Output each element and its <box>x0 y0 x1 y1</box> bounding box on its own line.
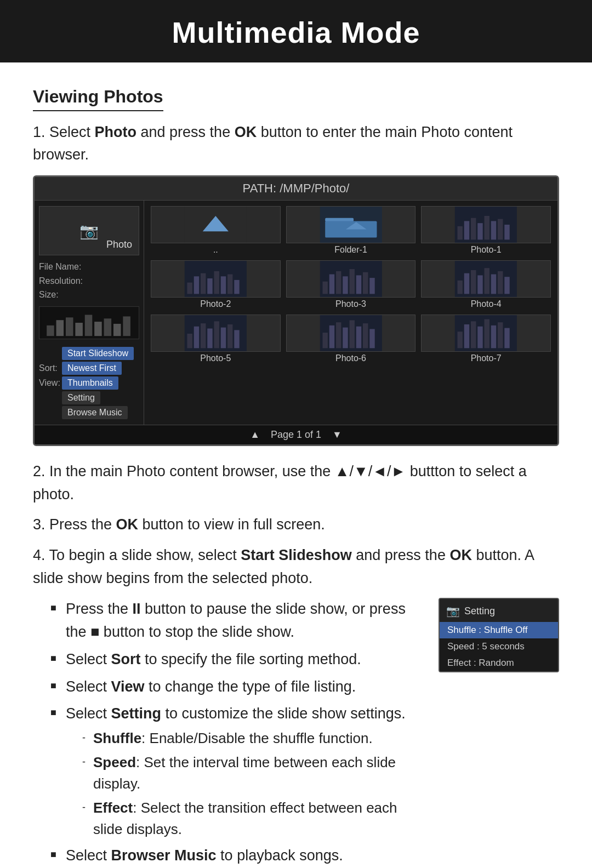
svg-rect-13 <box>325 218 354 222</box>
setting-camera-icon: 📷 <box>446 604 460 618</box>
grid-item-photo3[interactable]: Photo-3 <box>286 260 416 309</box>
thumb-preview-small <box>39 306 139 339</box>
step-1: 1. Select Photo and press the OK button … <box>33 121 559 165</box>
svg-rect-37 <box>336 271 341 294</box>
bottom-text: Press the II button to pause the slide s… <box>33 598 422 868</box>
grid-item-photo6[interactable]: Photo-6 <box>286 315 416 363</box>
svg-rect-60 <box>234 330 239 348</box>
grid-item-folder1[interactable]: Folder-1 <box>286 206 416 255</box>
svg-rect-24 <box>505 225 510 239</box>
sort-label: Sort: <box>39 363 59 373</box>
svg-rect-5 <box>85 315 93 336</box>
ui-left-panel: 📷 Photo File Name: Resolution: Size: <box>35 201 144 425</box>
resolution-label: Resolution: <box>39 274 139 288</box>
step-4: 4. To begin a slide show, select Start S… <box>33 544 559 590</box>
bullet-browser-music: Select Browser Music to playback songs. <box>50 844 422 867</box>
svg-rect-27 <box>194 276 199 294</box>
grid-item-up[interactable]: .. <box>151 206 281 255</box>
grid-label-4: Photo-3 <box>335 299 366 309</box>
bottom-section: Press the II button to pause the slide s… <box>33 598 559 868</box>
grid-label-0: .. <box>213 245 218 255</box>
step-2: 2. In the main Photo content browser, us… <box>33 460 559 506</box>
thumb-up <box>151 206 281 243</box>
svg-rect-4 <box>75 323 83 336</box>
thumb-photo7 <box>421 315 551 352</box>
sub-bullet-shuffle: Shuffle: Enable/Disable the shuffle func… <box>82 728 422 749</box>
svg-rect-75 <box>485 319 489 349</box>
grid-item-photo4[interactable]: Photo-4 <box>421 260 551 309</box>
svg-rect-76 <box>491 326 496 348</box>
svg-rect-19 <box>471 218 476 240</box>
grid-item-photo1[interactable]: Photo-1 <box>421 206 551 255</box>
setting-box-header: 📷 Setting <box>440 599 558 622</box>
svg-rect-64 <box>336 322 341 348</box>
step-3: 3. Press the OK button to view in full s… <box>33 513 559 536</box>
page-title: Multimedia Mode <box>0 15 592 49</box>
photo-label: Photo <box>106 239 132 250</box>
browse-music-item[interactable]: Browse Music <box>62 406 128 419</box>
svg-rect-28 <box>201 273 206 294</box>
svg-rect-29 <box>207 278 212 294</box>
svg-rect-71 <box>458 332 463 348</box>
sub-bullet-speed: Speed: Set the interval time between eac… <box>82 752 422 795</box>
size-label: Size: <box>39 288 139 302</box>
svg-rect-9 <box>123 316 130 336</box>
svg-rect-40 <box>356 275 361 294</box>
menu-row-view: View: Thumbnails <box>39 376 139 390</box>
svg-rect-30 <box>214 271 219 294</box>
file-info: File Name: Resolution: Size: <box>39 260 139 302</box>
svg-rect-78 <box>505 328 510 349</box>
svg-rect-68 <box>363 323 368 348</box>
menu-items: Start Slideshow Sort: Newest First View:… <box>39 347 139 419</box>
section-title: Viewing Photos <box>33 87 163 111</box>
svg-rect-55 <box>201 323 206 348</box>
thumb-photo6 <box>286 315 416 352</box>
grid-label-6: Photo-5 <box>200 353 231 363</box>
file-name-label: File Name: <box>39 260 139 274</box>
svg-rect-47 <box>478 275 483 294</box>
grid-item-photo2[interactable]: Photo-2 <box>151 260 281 309</box>
svg-rect-6 <box>94 322 102 336</box>
svg-rect-7 <box>104 318 112 336</box>
svg-rect-67 <box>356 327 361 349</box>
nav-down-arrow[interactable]: ▼ <box>332 429 342 441</box>
svg-rect-36 <box>329 275 334 294</box>
svg-rect-69 <box>369 329 374 348</box>
bullet-view: Select View to change the type of file l… <box>50 676 422 699</box>
svg-rect-58 <box>221 328 226 349</box>
svg-rect-72 <box>464 324 469 348</box>
setting-item[interactable]: Setting <box>62 391 100 404</box>
view-value[interactable]: Thumbnails <box>62 376 118 390</box>
start-slideshow-item[interactable]: Start Slideshow <box>62 347 134 360</box>
sub-bullet-effect: Effect: Select the transition effect bet… <box>82 797 422 840</box>
grid-item-photo7[interactable]: Photo-7 <box>421 315 551 363</box>
thumb-photo5 <box>151 315 281 352</box>
svg-rect-54 <box>194 327 199 349</box>
svg-rect-62 <box>322 333 327 348</box>
thumb-folder1 <box>286 206 416 243</box>
svg-rect-8 <box>113 324 121 336</box>
svg-rect-49 <box>491 275 496 294</box>
photo-grid: .. Folder-1 <box>151 206 551 363</box>
bullet-sort: Select Sort to specify the file sorting … <box>50 648 422 671</box>
svg-rect-23 <box>498 219 503 240</box>
svg-rect-18 <box>464 221 469 239</box>
svg-rect-77 <box>498 322 503 348</box>
thumb-photo2 <box>151 260 281 298</box>
grid-item-photo5[interactable]: Photo-5 <box>151 315 281 363</box>
setting-row-shuffle: Shuffle : Shuffle Off <box>440 622 558 638</box>
svg-rect-38 <box>343 276 348 294</box>
svg-rect-56 <box>207 329 212 349</box>
setting-label: Setting <box>464 606 495 617</box>
sort-value[interactable]: Newest First <box>62 362 122 375</box>
svg-rect-48 <box>485 268 489 294</box>
nav-up-arrow[interactable]: ▲ <box>250 429 260 441</box>
svg-rect-46 <box>471 270 476 294</box>
svg-rect-17 <box>458 226 463 240</box>
page-info: Page 1 of 1 <box>271 429 321 441</box>
svg-rect-65 <box>343 328 348 349</box>
grid-label-2: Photo-1 <box>471 245 502 255</box>
bullet-setting: Select Setting to customize the slide sh… <box>50 703 422 840</box>
svg-rect-39 <box>349 269 354 294</box>
svg-rect-14 <box>325 221 377 237</box>
